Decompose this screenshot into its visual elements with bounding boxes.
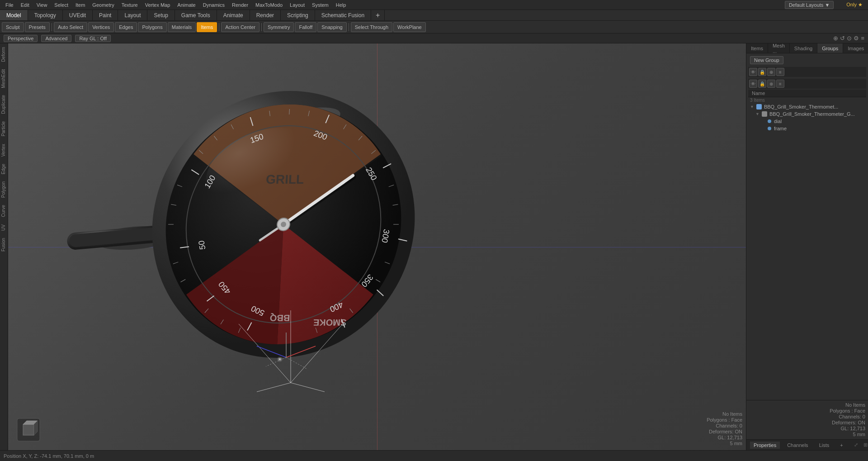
scene-item-frame[interactable]: frame: [748, 125, 866, 132]
right-tab-groups[interactable]: Groups: [817, 43, 843, 53]
tab-uvedit[interactable]: UVEdit: [63, 10, 93, 20]
tab-model[interactable]: Model: [0, 10, 28, 20]
left-tab-edge[interactable]: Edge: [0, 160, 8, 178]
right-tab-items[interactable]: Items: [746, 43, 768, 53]
menu-item-animate[interactable]: Animate: [174, 1, 199, 9]
status-bar: Position X, Y, Z: -74.1 mm, 70.1 mm, 0 m: [0, 450, 868, 461]
action-center-button[interactable]: Action Center: [221, 22, 259, 32]
viewport-canvas: GRILL SMOKE BBQ: [8, 43, 746, 450]
materials-button[interactable]: Materials: [168, 22, 196, 32]
menu-item-vertexmap[interactable]: Vertex Map: [142, 1, 174, 9]
symmetry-button[interactable]: Symmetry: [264, 22, 294, 32]
left-tab-vertex[interactable]: Vertex: [0, 140, 8, 160]
tab-gametools[interactable]: Game Tools: [175, 10, 217, 20]
menu-item-select[interactable]: Select: [51, 1, 72, 9]
right-tab-mesh[interactable]: Mesh ...: [768, 43, 790, 53]
edges-button[interactable]: Edges: [115, 22, 137, 32]
viewport[interactable]: GRILL SMOKE BBQ: [8, 43, 746, 450]
vp-icon-2[interactable]: ↺: [840, 35, 845, 42]
ray-gl-button[interactable]: Ray GL : Off: [75, 35, 111, 42]
vp-icon-4[interactable]: ⚙: [854, 35, 859, 42]
scene-btn-2[interactable]: 🔒: [758, 68, 766, 76]
scene-item-group[interactable]: ▼ BBQ_Grill_Smoker_Thermomet...: [748, 103, 866, 110]
menu-item-file[interactable]: File: [2, 1, 17, 9]
svg-rect-73: [23, 424, 34, 435]
right-tab-images[interactable]: Images: [843, 43, 868, 53]
left-tab-polygon[interactable]: Polygon: [0, 178, 8, 201]
tab-scripting[interactable]: Scripting: [281, 10, 315, 20]
bottom-tab-properties[interactable]: Properties: [750, 442, 780, 449]
toolbar-separator-4: [349, 23, 349, 31]
left-tab-deform[interactable]: Deform: [0, 43, 8, 66]
scene-btn-8[interactable]: ≡: [776, 80, 784, 88]
menu-item-view[interactable]: View: [33, 1, 51, 9]
bottom-tab-lists[interactable]: Lists: [816, 442, 833, 449]
scene-item-group-label: BBQ_Grill_Smoker_Thermomet...: [764, 104, 838, 109]
scene-btn-6[interactable]: 🔒: [758, 80, 766, 88]
menu-item-texture[interactable]: Texture: [118, 1, 142, 9]
polygons-button[interactable]: Polygons: [138, 22, 166, 32]
tab-schematic[interactable]: Schematic Fusion: [315, 10, 371, 20]
layout-selector[interactable]: Default Layouts ▼: [785, 1, 834, 9]
vertices-button[interactable]: Vertices: [88, 22, 114, 32]
tab-setup[interactable]: Setup: [147, 10, 175, 20]
left-tab-duplicate[interactable]: Duplicate: [0, 91, 8, 118]
snapping-button[interactable]: Snapping: [317, 22, 347, 32]
new-group-btn[interactable]: New Group: [750, 56, 783, 64]
scene-btn-3[interactable]: ⊕: [767, 68, 775, 76]
menu-item-maxtomodo[interactable]: MaxToModo: [252, 1, 286, 9]
menu-item-edit[interactable]: Edit: [17, 1, 33, 9]
menu-bar: File Edit View Select Item Geometry Text…: [0, 0, 868, 10]
left-tab-meshedit[interactable]: MeshEdit: [0, 66, 8, 92]
tab-layout[interactable]: Layout: [118, 10, 147, 20]
scene-btn-7[interactable]: ⊕: [767, 80, 775, 88]
left-tab-fusion[interactable]: Fusion: [0, 234, 8, 255]
toolbar-separator-1: [52, 23, 52, 31]
tab-animate[interactable]: Animate: [217, 10, 250, 20]
scene-btn-5[interactable]: 👁: [749, 80, 757, 88]
right-panel: Items Mesh ... Shading Groups Images + N…: [746, 43, 868, 450]
vp-icon-3[interactable]: ⊙: [847, 35, 852, 42]
right-tab-shading[interactable]: Shading: [790, 43, 817, 53]
vp-icon-5[interactable]: ≡: [861, 35, 864, 42]
advanced-button[interactable]: Advanced: [41, 35, 71, 42]
scene-item-mesh1[interactable]: ▼ BBQ_Grill_Smoker_Thermometer_G...: [748, 110, 866, 118]
menu-item-geometry[interactable]: Geometry: [89, 1, 118, 9]
vp-icon-1[interactable]: ⊕: [833, 35, 838, 42]
items-button[interactable]: Items: [197, 22, 217, 32]
menu-item-dynamics[interactable]: Dynamics: [199, 1, 228, 9]
scene-item-dial-label: dial: [774, 119, 782, 124]
falloff-button[interactable]: Falloff: [295, 22, 316, 32]
bottom-tab-add[interactable]: +: [836, 442, 846, 449]
scene-btn-1[interactable]: 👁: [749, 68, 757, 76]
resize-icon-2[interactable]: ⊞: [863, 442, 868, 448]
left-tab-curve[interactable]: Curve: [0, 201, 8, 221]
workplane-button[interactable]: WorkPlane: [393, 22, 426, 32]
group-icon-1: [756, 104, 762, 109]
sculpt-button[interactable]: Sculpt: [2, 22, 24, 32]
menu-item-layout[interactable]: Layout: [286, 1, 308, 9]
bottom-tab-channels[interactable]: Channels: [783, 442, 811, 449]
menu-item-render[interactable]: Render: [228, 1, 252, 9]
tab-add[interactable]: +: [371, 10, 385, 20]
select-through-button[interactable]: Select Through: [351, 22, 392, 32]
bottom-panel-tabs: Properties Channels Lists + ⤢ ⊞: [746, 439, 868, 450]
menu-item-system[interactable]: System: [308, 1, 332, 9]
info-size: 5 mm: [749, 432, 865, 437]
resize-icon-1[interactable]: ⤢: [854, 442, 858, 448]
perspective-button[interactable]: Perspective: [4, 35, 38, 42]
info-gl: GL: 12,713: [749, 426, 865, 431]
svg-line-66: [257, 383, 291, 392]
left-tab-particle[interactable]: Particle: [0, 118, 8, 140]
menu-item-item[interactable]: Item: [72, 1, 89, 9]
auto-select-button[interactable]: Auto Select: [54, 22, 87, 32]
tab-paint[interactable]: Paint: [93, 10, 118, 20]
tab-topology[interactable]: Topology: [28, 10, 63, 20]
scene-item-dial[interactable]: dial: [748, 118, 866, 125]
tab-render[interactable]: Render: [250, 10, 281, 20]
left-sidebar: Deform MeshEdit Duplicate Particle Verte…: [0, 43, 8, 450]
presets-button[interactable]: Presets: [25, 22, 50, 32]
menu-item-help[interactable]: Help: [332, 1, 350, 9]
scene-btn-4[interactable]: ≡: [776, 68, 784, 76]
left-tab-uv[interactable]: UV: [0, 221, 8, 234]
